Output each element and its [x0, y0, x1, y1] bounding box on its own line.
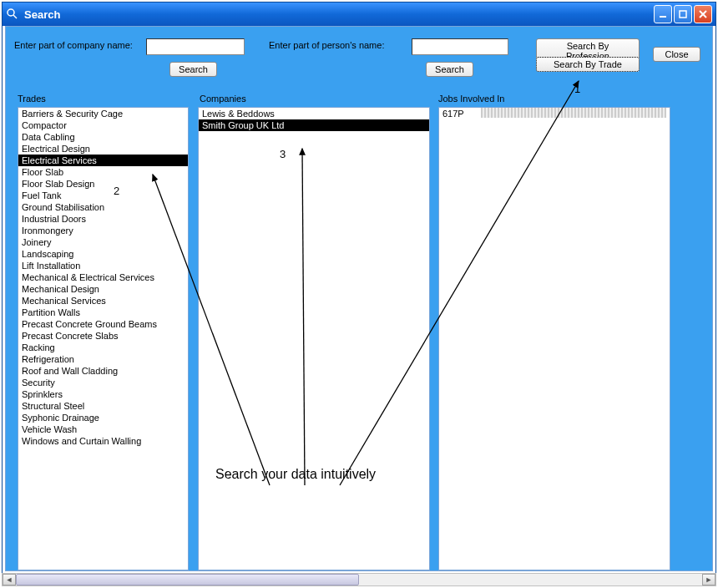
list-item[interactable]: Electrical Design — [18, 143, 188, 155]
list-item[interactable]: Mechanical Design — [18, 283, 188, 295]
svg-rect-3 — [680, 11, 686, 18]
list-item[interactable]: Partition Walls — [18, 307, 188, 318]
maximize-button[interactable] — [674, 5, 692, 23]
list-item[interactable]: Mechanical Services — [18, 295, 188, 307]
list-item[interactable]: Ironmongery — [18, 225, 188, 236]
companies-header: Companies — [200, 94, 246, 104]
app-icon — [6, 8, 19, 21]
list-item[interactable]: Mechanical & Electrical Services — [18, 271, 188, 283]
trades-listbox[interactable]: Barriers & Security CageCompactorData Ca… — [18, 107, 189, 570]
list-item[interactable]: Lewis & Beddows — [199, 108, 429, 119]
companies-listbox[interactable]: Lewis & BeddowsSmith Group UK Ltd — [198, 107, 430, 570]
list-item[interactable]: Compactor — [18, 119, 188, 131]
list-item[interactable]: Barriers & Security Cage — [18, 108, 188, 119]
list-item[interactable]: Precast Concrete Ground Beams — [18, 318, 188, 330]
search-person-button[interactable]: Search — [426, 62, 473, 77]
list-item[interactable]: Lift Installation — [18, 260, 188, 271]
list-item[interactable]: Precast Concrete Slabs — [18, 330, 188, 342]
list-item[interactable]: Smith Group UK Ltd — [199, 119, 429, 131]
horizontal-scrollbar[interactable]: ◄ ► — [2, 573, 716, 586]
jobs-listbox[interactable]: 617P — [438, 107, 670, 570]
scroll-right-button[interactable]: ► — [702, 574, 715, 585]
close-window-button[interactable] — [694, 5, 712, 23]
scroll-track[interactable] — [16, 574, 702, 585]
search-by-trade-button[interactable]: Search By Trade — [536, 57, 640, 72]
list-item[interactable]: Security — [18, 377, 188, 388]
content-area: Enter part of company name: Search Enter… — [5, 26, 713, 571]
svg-point-0 — [8, 9, 14, 16]
search-controls: Enter part of company name: Search Enter… — [6, 38, 712, 80]
list-item[interactable]: Fuel Tank — [18, 190, 188, 201]
list-item[interactable]: Joinery — [18, 236, 188, 248]
scroll-thumb[interactable] — [16, 574, 359, 585]
list-item[interactable]: Roof and Wall Cladding — [18, 365, 188, 377]
list-item[interactable]: 617P — [439, 108, 670, 119]
window-title: Search — [24, 8, 654, 21]
list-item[interactable]: Structural Steel — [18, 400, 188, 412]
window-controls — [654, 5, 712, 23]
list-item[interactable]: Electrical Services — [18, 155, 188, 166]
minimize-button[interactable] — [654, 5, 672, 23]
person-search-input[interactable] — [412, 38, 508, 55]
company-search-label: Enter part of company name: — [14, 40, 133, 50]
list-item[interactable]: Sprinklers — [18, 388, 188, 400]
list-item[interactable]: Floor Slab — [18, 166, 188, 178]
list-item[interactable]: Racking — [18, 342, 188, 353]
search-company-button[interactable]: Search — [169, 62, 217, 77]
svg-line-1 — [13, 15, 17, 18]
list-item[interactable]: Windows and Curtain Walling — [18, 435, 188, 447]
list-item[interactable]: Syphonic Drainage — [18, 412, 188, 423]
search-window: Search Enter part of company name: Searc… — [2, 2, 716, 575]
list-item[interactable]: Landscaping — [18, 248, 188, 260]
titlebar: Search — [3, 3, 715, 26]
list-item[interactable]: Floor Slab Design — [18, 178, 188, 190]
person-search-label: Enter part of person's name: — [269, 40, 384, 50]
list-item[interactable]: Data Cabling — [18, 131, 188, 143]
close-button[interactable]: Close — [653, 47, 700, 62]
list-item[interactable]: Vehicle Wash — [18, 423, 188, 435]
list-item[interactable]: Industrial Doors — [18, 213, 188, 225]
list-item[interactable]: Ground Stabilisation — [18, 201, 188, 213]
scroll-left-button[interactable]: ◄ — [3, 574, 16, 585]
company-search-input[interactable] — [146, 38, 245, 55]
trades-header: Trades — [18, 94, 46, 104]
list-item[interactable]: Refrigeration — [18, 353, 188, 365]
jobs-header: Jobs Involved In — [438, 94, 505, 104]
